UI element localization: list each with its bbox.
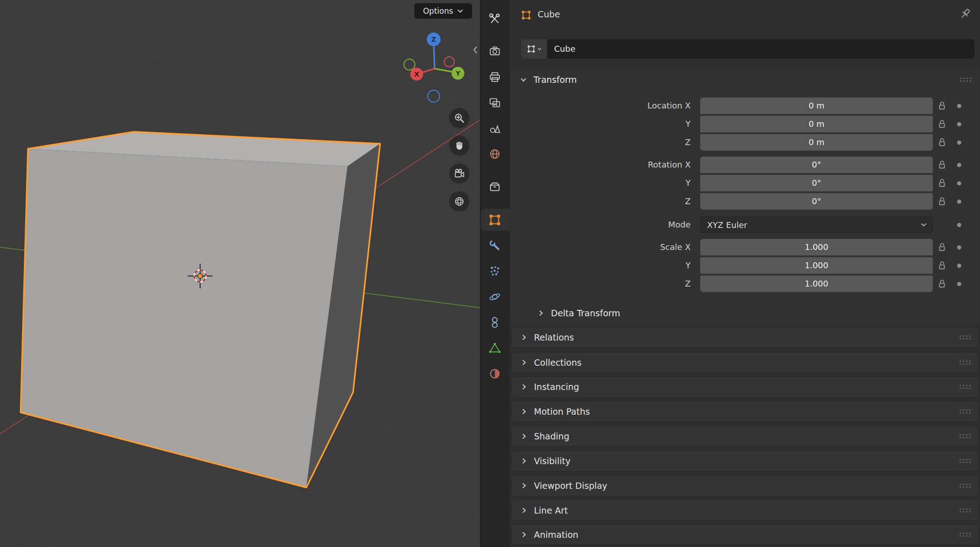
- panel-line-art[interactable]: Line Art: [511, 500, 979, 521]
- tab-tool[interactable]: [482, 10, 508, 28]
- location-x-field[interactable]: 0 m: [700, 97, 933, 114]
- lock-icon[interactable]: [937, 279, 947, 289]
- sidebar-collapse-icon[interactable]: [472, 45, 479, 54]
- rotation-x-label: Rotation X: [539, 157, 691, 173]
- tab-constraints[interactable]: [482, 313, 508, 331]
- lock-icon[interactable]: [937, 101, 947, 111]
- rotation-mode-dropdown[interactable]: XYZ Euler: [700, 217, 933, 233]
- transform-panel-header[interactable]: Transform: [511, 70, 979, 90]
- rotation-x-field[interactable]: 0°: [700, 157, 933, 173]
- gizmo-neg-z-ball[interactable]: [428, 90, 440, 102]
- tab-modifiers[interactable]: [482, 236, 508, 255]
- location-z-field[interactable]: 0 m: [700, 134, 933, 151]
- mode-label: Mode: [539, 217, 691, 233]
- mesh-data-icon: [489, 342, 501, 354]
- drag-grip-icon[interactable]: [959, 76, 972, 83]
- scale-y-label: Y: [539, 257, 691, 274]
- cube-object[interactable]: [21, 132, 380, 487]
- chevron-right-icon: [520, 432, 528, 440]
- animate-dot[interactable]: [957, 264, 961, 268]
- tab-scene[interactable]: [482, 119, 508, 137]
- panel-motion-paths[interactable]: Motion Paths: [511, 401, 979, 422]
- projection-button[interactable]: [449, 191, 469, 211]
- animate-dot[interactable]: [957, 200, 961, 204]
- chevron-down-icon: [920, 222, 927, 227]
- rotation-z-label: Z: [539, 193, 691, 210]
- rotation-mode-value: XYZ Euler: [707, 220, 747, 230]
- tab-object-data[interactable]: [482, 339, 508, 357]
- drag-grip-icon[interactable]: [958, 507, 971, 514]
- tab-output[interactable]: [482, 68, 508, 86]
- drag-grip-icon[interactable]: [958, 458, 971, 464]
- object-name-input[interactable]: Cube: [548, 39, 975, 59]
- animate-dot[interactable]: [957, 282, 961, 286]
- animate-dot[interactable]: [957, 122, 961, 126]
- rotation-z-field[interactable]: 0°: [700, 193, 933, 210]
- animate-dot[interactable]: [957, 104, 961, 108]
- drag-grip-icon[interactable]: [958, 433, 971, 439]
- scale-y-field[interactable]: 1.000: [700, 257, 933, 274]
- options-button[interactable]: Options: [414, 3, 472, 19]
- panel-relations[interactable]: Relations: [511, 327, 979, 348]
- lock-icon[interactable]: [937, 260, 947, 271]
- drag-grip-icon[interactable]: [958, 359, 971, 366]
- animate-dot[interactable]: [957, 163, 961, 167]
- panel-instancing[interactable]: Instancing: [511, 376, 979, 397]
- lock-icon[interactable]: [937, 119, 947, 129]
- panel-label: Shading: [534, 431, 569, 441]
- tab-physics[interactable]: [482, 287, 508, 306]
- chevron-right-icon: [520, 482, 528, 490]
- datablock-row: Cube: [521, 39, 975, 59]
- gizmo-neg-x-ball[interactable]: [444, 57, 454, 67]
- scale-z-field[interactable]: 1.000: [700, 276, 933, 292]
- drag-grip-icon[interactable]: [958, 482, 971, 489]
- scale-x-field[interactable]: 1.000: [700, 239, 933, 255]
- pan-hand-icon: [454, 140, 465, 151]
- tab-render[interactable]: [482, 42, 508, 60]
- lock-icon[interactable]: [937, 160, 947, 170]
- panel-viewport-display[interactable]: Viewport Display: [511, 475, 979, 496]
- blender-window: Options Z Y X: [0, 0, 980, 547]
- tab-world[interactable]: [482, 145, 508, 163]
- drag-grip-icon[interactable]: [958, 408, 971, 415]
- panel-animation[interactable]: Animation: [511, 524, 979, 545]
- drag-grip-icon[interactable]: [958, 384, 971, 390]
- panel-visibility[interactable]: Visibility: [511, 450, 979, 471]
- animate-dot[interactable]: [957, 245, 961, 249]
- tab-material[interactable]: [482, 364, 508, 383]
- projection-sphere-icon: [454, 196, 465, 207]
- animate-dot[interactable]: [957, 223, 961, 227]
- camera-view-button[interactable]: [449, 163, 469, 184]
- datablock-type-button[interactable]: [521, 39, 548, 59]
- chevron-right-icon: [520, 358, 528, 367]
- lock-icon[interactable]: [937, 242, 947, 252]
- lock-icon[interactable]: [937, 137, 947, 147]
- panel-shading[interactable]: Shading: [511, 426, 979, 447]
- pin-icon[interactable]: [959, 7, 973, 21]
- panel-label: Collections: [534, 357, 582, 368]
- lock-icon[interactable]: [937, 196, 947, 206]
- animate-dot[interactable]: [957, 141, 961, 145]
- tab-object-properties[interactable]: [482, 211, 508, 229]
- zoom-button[interactable]: [449, 108, 469, 128]
- gizmo-neg-y-ball[interactable]: [404, 59, 415, 70]
- location-y-field[interactable]: 0 m: [700, 116, 933, 132]
- tab-particles[interactable]: [482, 261, 508, 280]
- object-origin-dot: [198, 274, 202, 278]
- rotation-y-field[interactable]: 0°: [700, 175, 933, 191]
- navigation-gizmo[interactable]: Z Y X: [399, 28, 471, 103]
- drag-grip-icon[interactable]: [958, 531, 971, 538]
- tab-view-layer[interactable]: [482, 93, 508, 112]
- 3d-viewport[interactable]: Options Z Y X: [0, 0, 480, 547]
- animate-dot[interactable]: [957, 181, 961, 185]
- drag-grip-icon[interactable]: [958, 334, 971, 341]
- chevron-right-icon: [520, 506, 528, 515]
- chevron-down-icon: [457, 9, 463, 13]
- delta-transform-header[interactable]: Delta Transform: [511, 303, 979, 323]
- lock-icon[interactable]: [937, 178, 947, 188]
- tab-collection[interactable]: [482, 177, 508, 195]
- pan-button[interactable]: [449, 135, 469, 156]
- panel-collections[interactable]: Collections: [511, 352, 979, 373]
- chevron-right-icon: [520, 457, 528, 465]
- images-icon: [489, 97, 501, 109]
